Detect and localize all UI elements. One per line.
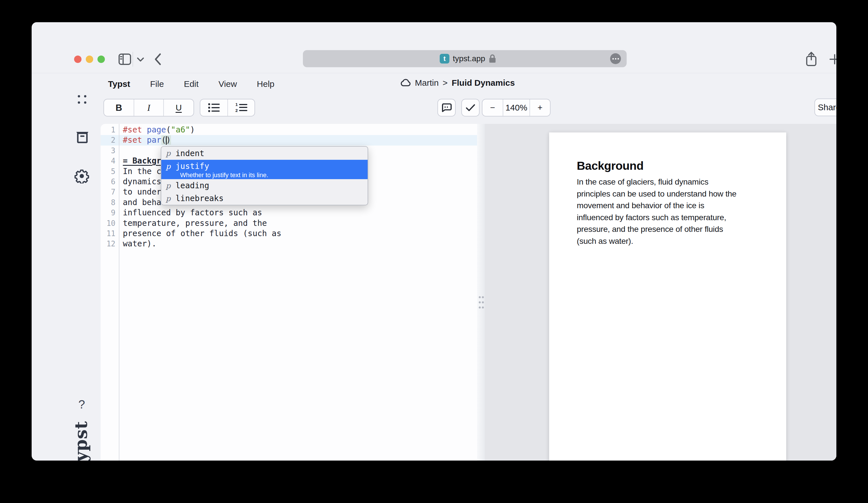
zoom-level[interactable]: 140% — [503, 99, 529, 116]
share-icon[interactable] — [805, 51, 818, 67]
svg-text:2: 2 — [235, 108, 238, 113]
doc-body-line: principles can be used to understand how… — [577, 188, 758, 200]
document-page: Background In the case of glaciers, flui… — [549, 133, 786, 461]
share-button[interactable]: Share — [815, 99, 836, 116]
settings-gear-icon[interactable] — [74, 169, 89, 184]
code-line-1: #set page("a6") — [123, 125, 281, 135]
check-icon — [465, 103, 476, 112]
code-line-2: #set par() — [123, 135, 281, 145]
comment-button-group — [437, 99, 456, 116]
close-button[interactable] — [74, 55, 82, 63]
zoom-window-button[interactable] — [97, 55, 105, 63]
sidebar-toggle-icon[interactable] — [118, 52, 132, 66]
comment-icon — [442, 103, 452, 113]
menu-edit[interactable]: Edit — [184, 79, 199, 89]
check-button[interactable] — [462, 99, 479, 116]
zoom-control-group: − 140% + — [482, 99, 550, 116]
bullet-list-button[interactable] — [200, 99, 227, 116]
toolbar-divider — [133, 52, 133, 67]
autocomplete-item-indent[interactable]: p indent — [161, 147, 368, 160]
doc-body-line: pressure, and the presence of other flui… — [577, 223, 758, 235]
text-cursor — [166, 136, 167, 145]
underline-button[interactable]: U — [163, 99, 194, 116]
doc-body-line: movement and behavior of the ice is — [577, 200, 758, 212]
code-line-11: presence of other fluids (such as — [123, 228, 281, 239]
code-line-12: water). — [123, 239, 281, 249]
numbered-list-button[interactable]: 1 2 — [227, 99, 255, 116]
chevron-down-icon[interactable] — [136, 56, 145, 63]
back-icon[interactable] — [153, 52, 163, 67]
breadcrumb: Martin > Fluid Dynamics — [400, 78, 515, 88]
app-menu-bar: Typst File Edit View Help — [108, 79, 275, 89]
minimize-button[interactable] — [86, 55, 93, 63]
doc-body-line: influenced by factors such as temperatur… — [577, 212, 758, 223]
new-tab-icon[interactable] — [828, 53, 836, 65]
autocomplete-item-justify[interactable]: p justify Whether to justify text in its… — [161, 160, 368, 179]
site-favicon: t — [440, 54, 450, 63]
gutter-divider — [119, 124, 120, 461]
zoom-out-button[interactable]: − — [483, 99, 503, 116]
code-line-9: influenced by factors such as — [123, 208, 281, 218]
url-text: typst.app — [453, 54, 485, 63]
menu-typst[interactable]: Typst — [108, 79, 130, 89]
autocomplete-item-description: Whether to justify text in its line. — [166, 171, 368, 179]
menu-view[interactable]: View — [219, 79, 237, 89]
archive-box-icon[interactable] — [75, 131, 90, 144]
doc-heading: Background — [577, 159, 758, 172]
autocomplete-item-linebreaks[interactable]: p linebreaks — [161, 192, 368, 205]
favicon-letter: t — [443, 55, 446, 63]
browser-window: t typst.app Typst File Edit View Help — [32, 22, 836, 461]
bullet-list-icon — [208, 103, 220, 113]
autocomplete-popup: p indent p justify Whether to justify te… — [161, 146, 368, 205]
cloud-icon — [400, 79, 411, 87]
page-settings-icon[interactable] — [610, 53, 621, 64]
breadcrumb-workspace[interactable]: Martin — [415, 78, 438, 88]
italic-button[interactable]: I — [134, 99, 163, 116]
toolbar-separator — [32, 73, 836, 73]
numbered-list-icon: 1 2 — [235, 103, 248, 113]
menu-help[interactable]: Help — [257, 79, 275, 89]
breadcrumb-separator: > — [443, 78, 448, 88]
text-style-group: B I U — [103, 99, 194, 116]
help-icon[interactable]: ? — [79, 398, 85, 411]
preview-pane[interactable]: Background In the case of glaciers, flui… — [485, 124, 836, 461]
bold-button[interactable]: B — [104, 99, 134, 116]
typst-logo: typst — [71, 421, 91, 461]
breadcrumb-document: Fluid Dynamics — [452, 78, 515, 88]
doc-body-line: (such as water). — [577, 235, 758, 247]
svg-text:1: 1 — [235, 103, 238, 107]
approve-button-group — [461, 99, 479, 116]
menu-file[interactable]: File — [150, 79, 164, 89]
doc-body-line: In the case of glaciers, fluid dynamics — [577, 176, 758, 188]
comment-button[interactable] — [438, 99, 455, 116]
zoom-in-button[interactable]: + — [529, 99, 550, 116]
lock-icon — [489, 54, 496, 63]
autocomplete-item-leading[interactable]: p leading — [161, 179, 368, 192]
line-number-gutter: 1 2 3 4 5 6 7 8 9 10 11 12 — [101, 125, 115, 249]
share-group: Share — [814, 98, 836, 116]
pane-resize-handle[interactable] — [477, 124, 485, 461]
code-line-10: temperature, pressure, and the — [123, 218, 281, 228]
list-group: 1 2 — [200, 99, 255, 116]
address-bar[interactable]: t typst.app — [303, 50, 627, 67]
